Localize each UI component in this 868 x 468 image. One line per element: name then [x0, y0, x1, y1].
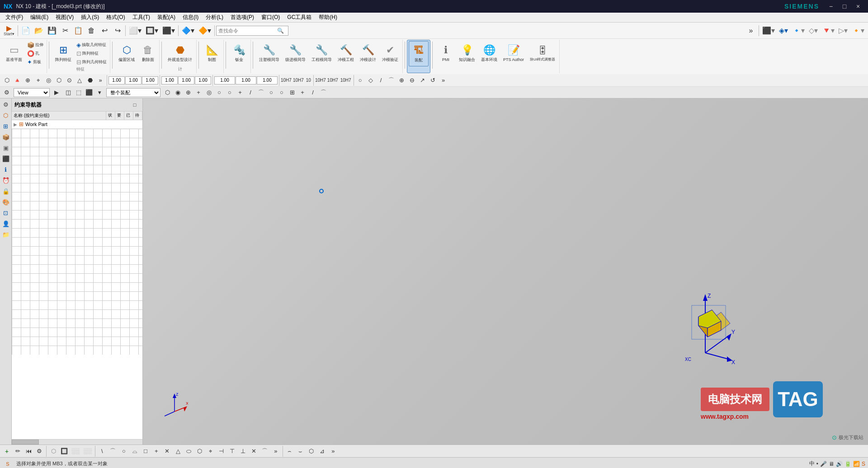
ribbon-hole-btn[interactable]: ⭕ 孔: [25, 49, 45, 57]
it-dim4-input[interactable]: [161, 76, 178, 84]
render-btn4[interactable]: ◇▾: [807, 24, 820, 37]
it-dim5-input[interactable]: [178, 76, 194, 84]
menu-window[interactable]: 窗口(O): [258, 13, 283, 22]
it-filter-btn[interactable]: 🔺: [12, 75, 22, 85]
bt-arc-btn[interactable]: ⌒: [108, 446, 118, 456]
view-btn2[interactable]: 🔲▾: [144, 24, 160, 37]
ribbon-trim-btn[interactable]: ✦ 剪板: [25, 58, 45, 66]
sidebar-icon3[interactable]: 📦: [1, 132, 11, 142]
render-btn6[interactable]: ▷▾: [837, 24, 849, 37]
vb-tool4[interactable]: +: [193, 88, 203, 98]
bt-pattern-btn[interactable]: ⬡: [307, 446, 316, 456]
cut-btn[interactable]: ✂: [59, 24, 71, 37]
undo-btn[interactable]: ↩: [98, 24, 111, 37]
bt-tool2[interactable]: 🔲: [59, 446, 69, 456]
menu-info[interactable]: 信息(I): [179, 13, 202, 22]
sb-tool1[interactable]: S: [3, 459, 13, 468]
bt-more4-btn[interactable]: »: [328, 446, 338, 456]
ribbon-knowledge-btn[interactable]: 💡 知识融合: [456, 41, 478, 66]
it-arc-btn[interactable]: ⌒: [387, 75, 396, 85]
ribbon-styling-btn[interactable]: ⬣ 外观造型设计: [165, 41, 195, 66]
sidebar-icon5[interactable]: ⬛: [1, 154, 11, 164]
bt-poly-btn[interactable]: ⬡: [195, 446, 205, 456]
it-slash-btn[interactable]: /: [376, 75, 386, 85]
it-diamond-btn[interactable]: ◇: [366, 75, 376, 85]
ribbon-eng-mold-btn[interactable]: 🔧 工程模同导: [309, 41, 335, 66]
navigator-hscrollbar-thumb[interactable]: [12, 440, 39, 445]
it-dim6-input[interactable]: [195, 76, 211, 84]
delete-btn[interactable]: 🗑: [85, 24, 98, 37]
vb-tool1[interactable]: ⬡: [162, 88, 172, 98]
ribbon-extrude-btn[interactable]: 📦 拉伸: [25, 41, 45, 49]
start-btn[interactable]: ▶ Start▾: [2, 24, 16, 37]
ribbon-datum-plane-btn[interactable]: ▭ 基准平面: [3, 41, 25, 66]
copy-btn[interactable]: 📋: [72, 24, 85, 37]
ribbon-offset-region-btn[interactable]: ⬡ 偏置区域: [116, 41, 137, 66]
it-refresh-btn[interactable]: ↺: [428, 75, 438, 85]
bt-arc2-btn[interactable]: ⌓: [130, 446, 140, 456]
bt-tri-btn[interactable]: △: [173, 446, 183, 456]
menu-format[interactable]: 格式(O): [103, 13, 128, 22]
vb-tool9[interactable]: /: [245, 88, 255, 98]
render-btn5[interactable]: 🔻▾: [820, 24, 836, 37]
snap-btn1[interactable]: 🔷▾: [180, 24, 196, 37]
ribbon-injection-mold-btn[interactable]: 🔧 注塑模同导: [256, 41, 282, 66]
app-minimize-btn[interactable]: −: [825, 1, 837, 11]
menu-assembly[interactable]: 装配(A): [154, 13, 179, 22]
vb-tool6[interactable]: ○: [214, 88, 224, 98]
vb-tool13[interactable]: ⊞: [287, 88, 297, 98]
vb-icon2[interactable]: ⬚: [74, 88, 84, 98]
menu-gc[interactable]: GC工具箱: [283, 13, 315, 22]
render-btn2[interactable]: ◈▾: [777, 24, 790, 37]
vb-tool8[interactable]: +: [235, 88, 245, 98]
ribbon-die-eng-btn[interactable]: 🔨 冲模工程: [335, 41, 357, 66]
ribbon-sheetmetal-btn[interactable]: 🔩 钣金: [229, 41, 249, 66]
bt-x-btn[interactable]: ✕: [162, 446, 172, 456]
bt-oval-btn[interactable]: ⬭: [184, 446, 194, 456]
menu-analysis[interactable]: 分析(L): [202, 13, 227, 22]
command-search-box[interactable]: 🔍: [216, 26, 288, 36]
sidebar-icon8[interactable]: 🔒: [1, 186, 11, 196]
ribbon-pts-author-btn[interactable]: 📝 PTS Author: [500, 41, 527, 66]
bt-arc3-btn[interactable]: ⌒: [260, 446, 270, 456]
ribbon-drafting-btn[interactable]: 📐 制图: [202, 41, 222, 66]
new-btn[interactable]: 📄: [19, 24, 32, 37]
sidebar-icon12[interactable]: 📁: [1, 229, 11, 239]
ribbon-die-verify-btn[interactable]: ✔ 冲模验证: [379, 41, 401, 66]
sidebar-icon11[interactable]: 👤: [1, 219, 11, 229]
it-more2-btn[interactable]: »: [439, 75, 448, 85]
ribbon-pmi-btn[interactable]: ℹ PMI: [436, 41, 456, 66]
bt-line-btn[interactable]: \: [97, 446, 107, 456]
vb-tool15[interactable]: /: [308, 88, 318, 98]
it-snap2-btn[interactable]: ⌖: [33, 75, 43, 85]
it-dim9-input[interactable]: [257, 76, 278, 84]
nav-expand-arrow[interactable]: ▶: [14, 122, 17, 127]
vb-tool7[interactable]: ○: [225, 88, 235, 98]
ribbon-pattern-feature2-btn[interactable]: ⊡ 阵列特征: [75, 49, 108, 57]
bt-snap2-btn[interactable]: ⊤: [227, 446, 237, 456]
it-dim-z-input[interactable]: [142, 76, 158, 84]
vb-tool5[interactable]: ◎: [204, 88, 214, 98]
it-snap7-btn[interactable]: ⬣: [85, 75, 95, 85]
menu-prefs[interactable]: 首选项(P): [227, 13, 258, 22]
vb-icon3[interactable]: ⬛: [84, 88, 94, 98]
it-snap4-btn[interactable]: ⬡: [54, 75, 64, 85]
bt-measure-btn[interactable]: ⊿: [317, 446, 327, 456]
vb-tool11[interactable]: ○: [266, 88, 276, 98]
redo-btn[interactable]: ↪: [111, 24, 124, 37]
sidebar-settings-icon[interactable]: ⚙: [1, 99, 11, 109]
command-search-input[interactable]: [218, 28, 277, 33]
view-btn3[interactable]: ⬛▾: [160, 24, 177, 37]
bt-int-btn[interactable]: ✕: [249, 446, 259, 456]
it-plus-btn[interactable]: ⊕: [397, 75, 407, 85]
it-snap5-btn[interactable]: ⊙: [64, 75, 74, 85]
vb-tool10[interactable]: ⌒: [256, 88, 266, 98]
it-minus-btn[interactable]: ⊖: [407, 75, 417, 85]
bt-mid-btn[interactable]: ⊥: [238, 446, 248, 456]
menu-insert[interactable]: 插入(S): [77, 13, 103, 22]
viewport[interactable]: Z Y X XC: [143, 98, 868, 445]
ribbon-progressive-mold-btn[interactable]: 🔧 级进模同导: [283, 41, 308, 66]
vb-tool3[interactable]: ⊕: [183, 88, 193, 98]
more-tb-btn[interactable]: »: [745, 24, 757, 37]
render-btn1[interactable]: ⬛▾: [760, 24, 777, 37]
